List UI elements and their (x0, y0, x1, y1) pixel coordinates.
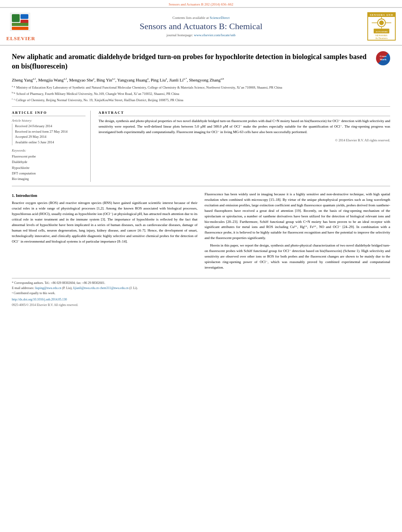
svg-rect-4 (12, 23, 28, 26)
article-dates: Received 24 February 2014 Received in re… (12, 124, 86, 145)
email-addresses: E-mail addresses: liuping@nwu.edu.cn (P.… (12, 286, 390, 291)
sensors-logo-box: SENSORS AND ACTUATORS SENSORSAcTuators (367, 12, 396, 41)
contributed-note: ¹ Contributed equally to this work. (12, 291, 390, 296)
issn-line: 0925-4005/© 2014 Elsevier B.V. All right… (12, 303, 390, 308)
affiliation-c: c ᶜ College of Chemistry, Beijing Normal… (12, 97, 390, 103)
crossmark-badge: CrossMark (376, 51, 390, 65)
affiliation-b: b ᵇ School of Pharmacy, Fourth Military … (12, 91, 390, 96)
revised-date: Received in revised form 27 May 2014 (15, 129, 86, 135)
email-label: E-mail addresses: (12, 286, 34, 290)
intro-para-3: Herein in this paper, we report the desi… (205, 243, 390, 271)
elsevier-brand-label: ELSEVIER (6, 35, 35, 42)
page-wrapper: Sensors and Actuators B 202 (2014) 656–6… (0, 0, 402, 532)
keywords-list: Fluorescent probe Dialdehyde Hypochlorit… (12, 154, 86, 182)
journal-header: ELSEVIER Contents lists available at Sci… (0, 7, 402, 46)
body-columns: 1. Introduction Reactive oxygen species … (12, 192, 390, 272)
email-link-3[interactable]: chem311@nwu.edu.cn (100, 286, 128, 290)
footnotes: * Corresponding authors. Tel.: +86 029 8… (12, 278, 390, 308)
contents-line: Contents lists available at ScienceDirec… (42, 16, 360, 20)
keyword-5: Bio-imaging (12, 176, 86, 182)
body-column-right: Fluorescence has been widely used in ima… (205, 192, 390, 272)
sciencedirect-link[interactable]: ScienceDirect (210, 16, 229, 20)
keywords-subheading: Keywords: (12, 148, 86, 152)
journal-ref: Sensors and Actuators B 202 (2014) 656–6… (169, 2, 233, 6)
body-column-left: 1. Introduction Reactive oxygen species … (12, 192, 197, 272)
accepted-date: Accepted 29 May 2014 (15, 134, 86, 140)
info-abstract-section: Article Info Article history: Received 2… (12, 111, 390, 182)
keyword-1: Fluorescent probe (12, 154, 86, 159)
doi-link[interactable]: http://dx.doi.org/10.1016/j.snb.2014.05.… (12, 298, 67, 301)
article-info: Article Info Article history: Received 2… (12, 111, 91, 182)
sensors-logo-bottom-label: SENSORSAcTuators (375, 34, 387, 40)
sensors-logo-top-label: SENSORS AND (368, 13, 395, 17)
homepage-link[interactable]: www.elsevier.com/locate/snb (194, 33, 235, 37)
email1-person: (P. Liu), (62, 286, 73, 290)
abstract-section: Abstract The design, synthesis and photo… (99, 111, 390, 182)
article-info-heading: Article Info (12, 111, 86, 116)
crossmark-label: CrossMark (380, 55, 386, 61)
sensors-logo-graphic: ACTUATORS (372, 17, 391, 34)
authors: Zheng Yanga,1, Mengjia Wanga,1, Mengyao … (12, 77, 390, 83)
sensors-actuators-logo: SENSORS AND ACTUATORS SENSORSAcTuators (360, 12, 396, 41)
section-divider-2 (12, 186, 390, 186)
keyword-3: Hypochlorite (12, 165, 86, 171)
article-history-subheading: Article history: (12, 119, 86, 122)
journal-title-center: Contents lists available at ScienceDirec… (42, 16, 360, 37)
abstract-text: The design, synthesis and photo-physical… (99, 119, 390, 135)
elsevier-logo: ELSEVIER (6, 11, 42, 42)
svg-point-8 (379, 20, 384, 25)
copyright-line: © 2014 Elsevier B.V. All rights reserved… (99, 138, 390, 142)
keyword-2: Dialdehyde (12, 159, 86, 165)
corresponding-author: * Corresponding authors. Tel.: +86 029 8… (12, 281, 390, 286)
email-link-1[interactable]: liuping@nwu.edu.cn (35, 286, 61, 290)
affiliation-a: a ᵃ Ministry of Education Key Laboratory… (12, 85, 390, 90)
svg-text:ACTUATORS: ACTUATORS (376, 31, 388, 33)
keyword-4: DFT computation (12, 171, 86, 176)
svg-rect-1 (12, 14, 20, 22)
email3-suffix: (J. Li). (129, 286, 138, 290)
svg-rect-2 (20, 14, 28, 19)
introduction-heading: 1. Introduction (12, 193, 197, 199)
journal-homepage: journal homepage: www.elsevier.com/locat… (42, 33, 360, 37)
received-date: Received 24 February 2014 (15, 124, 86, 129)
available-date: Available online 5 June 2014 (15, 140, 86, 145)
homepage-text: journal homepage: (167, 33, 193, 37)
article-content: CrossMark New aliphatic and aromatic dia… (0, 46, 402, 314)
intro-para-1: Reactive oxygen species (ROS) and reacti… (12, 200, 197, 245)
top-bar: Sensors and Actuators B 202 (2014) 656–6… (0, 0, 402, 7)
elsevier-tree-icon (6, 11, 34, 35)
email-link-2[interactable]: lijianli@nwu.edu.cn (73, 286, 99, 290)
section-divider-1 (12, 106, 390, 107)
contents-text: Contents lists available at (173, 16, 209, 20)
article-title: New aliphatic and aromatic dialdehyde br… (12, 52, 390, 71)
svg-rect-5 (12, 27, 28, 30)
intro-para-2: Fluorescence has been widely used in ima… (205, 192, 390, 241)
doi-line: http://dx.doi.org/10.1016/j.snb.2014.05.… (12, 297, 390, 302)
journal-name: Sensors and Actuators B: Chemical (42, 21, 360, 32)
abstract-heading: Abstract (99, 111, 390, 116)
